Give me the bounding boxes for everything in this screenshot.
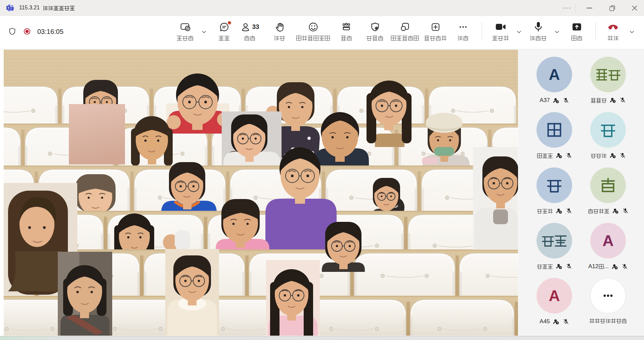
svg-text:?: ? [557,322,558,324]
svg-text:T: T [7,6,9,10]
svg-text:?: ? [615,266,617,269]
svg-text:?: ? [616,211,617,214]
svg-text:?: ? [557,100,558,103]
svg-text:?: ? [613,100,614,103]
svg-text:?: ? [613,156,614,158]
